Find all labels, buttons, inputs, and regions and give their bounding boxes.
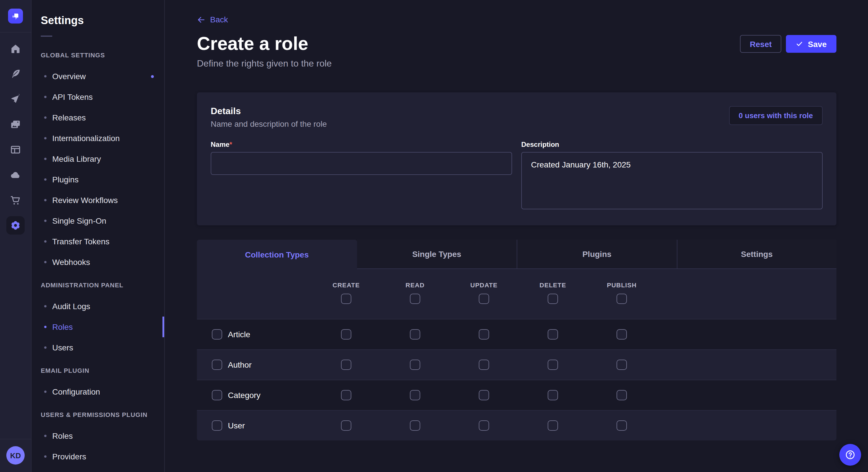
subnav-item-configuration[interactable]: Configuration bbox=[32, 381, 164, 402]
subnav-item-media-library[interactable]: Media Library bbox=[32, 148, 164, 169]
main-nav-icons bbox=[6, 40, 25, 235]
description-textarea[interactable]: Created January 16th, 2025 bbox=[521, 152, 823, 209]
author-update-checkbox[interactable] bbox=[479, 360, 489, 370]
tab-collection-types[interactable]: Collection Types bbox=[197, 240, 357, 269]
question-mark-icon bbox=[844, 449, 856, 461]
article-read-checkbox[interactable] bbox=[410, 329, 420, 339]
subnav-item-users[interactable]: Users bbox=[32, 337, 164, 358]
bullet-icon bbox=[44, 456, 46, 458]
subnav-item-overview[interactable]: Overview bbox=[32, 66, 164, 87]
row-select-checkbox[interactable] bbox=[212, 329, 222, 339]
row-select-checkbox[interactable] bbox=[212, 420, 222, 431]
table-row-article: Article bbox=[197, 319, 836, 349]
description-label: Description bbox=[521, 140, 823, 149]
user-publish-checkbox[interactable] bbox=[617, 420, 627, 431]
author-read-checkbox[interactable] bbox=[410, 360, 420, 370]
marketplace-cart-icon[interactable] bbox=[6, 191, 25, 209]
bullet-icon bbox=[44, 305, 46, 307]
email-plugin-list: Configuration bbox=[32, 381, 164, 402]
subnav-item-roles-up[interactable]: Roles bbox=[32, 426, 164, 446]
article-publish-checkbox[interactable] bbox=[617, 329, 627, 339]
permissions-header-row: CREATE READ UPDATE DELETE PUBLISH bbox=[197, 269, 836, 319]
article-delete-checkbox[interactable] bbox=[548, 329, 558, 339]
active-indicator-bar bbox=[162, 316, 164, 337]
select-all-create-checkbox[interactable] bbox=[341, 294, 351, 304]
cloud-icon[interactable] bbox=[6, 166, 25, 184]
save-button[interactable]: Save bbox=[786, 35, 836, 53]
name-field-group: Name* bbox=[211, 140, 512, 212]
settings-subnav: Settings GLOBAL SETTINGS Overview API To… bbox=[32, 0, 165, 472]
tab-single-types[interactable]: Single Types bbox=[357, 240, 517, 269]
select-all-read-checkbox[interactable] bbox=[410, 294, 420, 304]
author-create-checkbox[interactable] bbox=[341, 360, 351, 370]
select-all-update-checkbox[interactable] bbox=[479, 294, 489, 304]
avatar[interactable]: KD bbox=[6, 446, 25, 465]
permissions-tabs: Collection Types Single Types Plugins Se… bbox=[197, 240, 836, 269]
subnav-item-transfer-tokens[interactable]: Transfer Tokens bbox=[32, 231, 164, 252]
back-link[interactable]: Back bbox=[197, 15, 228, 25]
bullet-icon bbox=[44, 346, 46, 349]
category-publish-checkbox[interactable] bbox=[617, 390, 627, 400]
subnav-item-audit-logs[interactable]: Audit Logs bbox=[32, 296, 164, 316]
workspace-logo-section bbox=[0, 0, 31, 33]
subnav-item-webhooks[interactable]: Webhooks bbox=[32, 252, 164, 272]
article-update-checkbox[interactable] bbox=[479, 329, 489, 339]
subnav-item-api-tokens[interactable]: API Tokens bbox=[32, 87, 164, 107]
page-title: Create a role bbox=[197, 34, 308, 53]
description-field-group: Description Created January 16th, 2025 bbox=[521, 140, 823, 212]
media-library-icon[interactable] bbox=[6, 115, 25, 134]
content-manager-icon[interactable] bbox=[6, 140, 25, 159]
category-create-checkbox[interactable] bbox=[341, 390, 351, 400]
author-publish-checkbox[interactable] bbox=[617, 360, 627, 370]
row-label: User bbox=[228, 421, 245, 430]
subnav-item-internationalization[interactable]: Internationalization bbox=[32, 128, 164, 148]
subnav-item-releases[interactable]: Releases bbox=[32, 107, 164, 128]
strapi-logo[interactable] bbox=[8, 9, 23, 24]
subnav-item-review-workflows[interactable]: Review Workflows bbox=[32, 190, 164, 210]
select-all-publish-checkbox[interactable] bbox=[617, 294, 627, 304]
section-email-plugin: EMAIL PLUGIN bbox=[32, 367, 164, 374]
select-all-delete-checkbox[interactable] bbox=[548, 294, 558, 304]
bullet-icon bbox=[44, 116, 46, 119]
notification-dot bbox=[151, 75, 154, 78]
details-subtitle: Name and description of the role bbox=[211, 119, 327, 129]
row-select-checkbox[interactable] bbox=[212, 390, 222, 400]
user-create-checkbox[interactable] bbox=[341, 420, 351, 431]
main-nav: KD bbox=[0, 0, 32, 472]
user-read-checkbox[interactable] bbox=[410, 420, 420, 431]
name-input[interactable] bbox=[211, 152, 512, 175]
user-update-checkbox[interactable] bbox=[479, 420, 489, 431]
settings-gear-icon[interactable] bbox=[6, 216, 25, 235]
bullet-icon bbox=[44, 391, 46, 393]
row-label: Article bbox=[228, 330, 250, 339]
header-actions: Reset Save bbox=[740, 35, 836, 53]
paper-plane-icon[interactable] bbox=[6, 90, 25, 108]
subnav-item-providers[interactable]: Providers bbox=[32, 446, 164, 467]
row-select-checkbox[interactable] bbox=[212, 360, 222, 370]
subnav-item-single-sign-on[interactable]: Single Sign-On bbox=[32, 210, 164, 231]
required-asterisk: * bbox=[229, 140, 232, 148]
subnav-divider bbox=[41, 36, 52, 37]
category-read-checkbox[interactable] bbox=[410, 390, 420, 400]
column-header-publish: PUBLISH bbox=[607, 280, 637, 290]
help-button[interactable] bbox=[839, 444, 861, 466]
bullet-icon bbox=[44, 75, 46, 77]
subnav-title: Settings bbox=[32, 14, 164, 28]
subnav-item-plugins[interactable]: Plugins bbox=[32, 169, 164, 190]
article-create-checkbox[interactable] bbox=[341, 329, 351, 339]
bullet-icon bbox=[44, 326, 46, 328]
check-icon bbox=[796, 40, 803, 47]
category-update-checkbox[interactable] bbox=[479, 390, 489, 400]
tab-plugins[interactable]: Plugins bbox=[517, 240, 677, 269]
users-with-role-button[interactable]: 0 users with this role bbox=[729, 106, 823, 125]
user-delete-checkbox[interactable] bbox=[548, 420, 558, 431]
feather-icon[interactable] bbox=[6, 65, 25, 83]
subnav-item-roles-admin[interactable]: Roles bbox=[32, 316, 164, 337]
author-delete-checkbox[interactable] bbox=[548, 360, 558, 370]
row-label: Author bbox=[228, 360, 252, 369]
bullet-icon bbox=[44, 158, 46, 160]
home-icon[interactable] bbox=[6, 40, 25, 58]
category-delete-checkbox[interactable] bbox=[548, 390, 558, 400]
reset-button[interactable]: Reset bbox=[740, 35, 781, 53]
tab-settings[interactable]: Settings bbox=[677, 240, 836, 269]
